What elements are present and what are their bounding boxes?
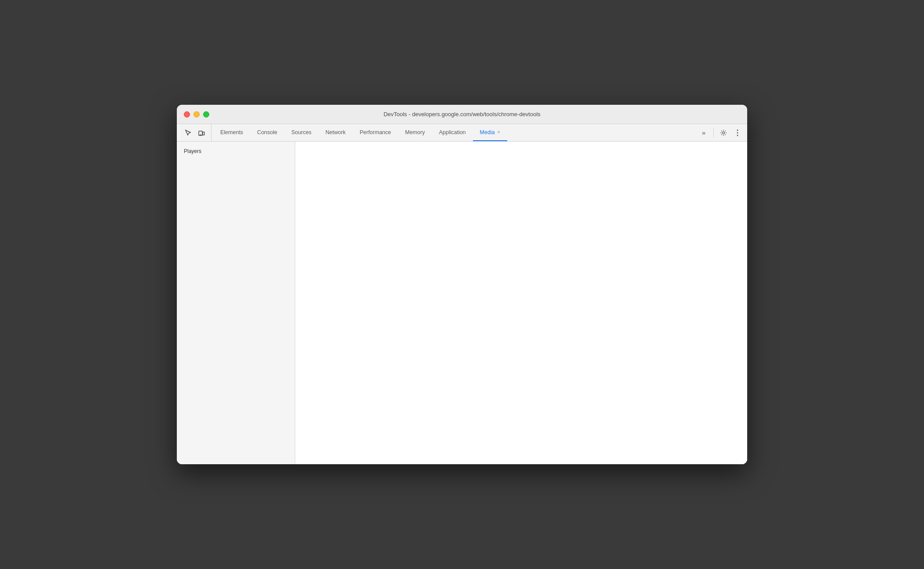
tabs-container: Elements Console Sources Network Perform…	[213, 124, 694, 141]
tab-performance[interactable]: Performance	[353, 124, 398, 141]
svg-point-4	[737, 129, 738, 131]
svg-rect-1	[203, 132, 204, 135]
tab-elements[interactable]: Elements	[213, 124, 250, 141]
svg-point-5	[737, 132, 738, 133]
tab-console[interactable]: Console	[250, 124, 284, 141]
tab-media-close[interactable]: ×	[498, 130, 500, 135]
traffic-lights	[184, 111, 209, 117]
toolbar-end: »	[694, 124, 747, 141]
devtools-window: DevTools - developers.google.com/web/too…	[177, 105, 747, 464]
tab-sources[interactable]: Sources	[284, 124, 319, 141]
tab-memory[interactable]: Memory	[398, 124, 432, 141]
title-bar: DevTools - developers.google.com/web/too…	[177, 105, 747, 124]
more-options-button[interactable]	[731, 127, 744, 139]
more-tabs-button[interactable]: »	[698, 127, 710, 139]
tab-media[interactable]: Media ×	[473, 124, 507, 141]
toolbar-icons	[179, 124, 211, 141]
players-sidebar: Players	[177, 142, 295, 464]
svg-point-6	[737, 135, 738, 136]
inspect-element-button[interactable]	[182, 127, 194, 139]
device-toolbar-button[interactable]	[195, 127, 208, 139]
players-title: Players	[184, 148, 201, 154]
svg-point-3	[723, 132, 725, 134]
window-title: DevTools - developers.google.com/web/too…	[383, 111, 541, 117]
toolbar-divider	[713, 128, 714, 138]
settings-button[interactable]	[717, 127, 730, 139]
media-panel	[295, 142, 747, 464]
devtools-toolbar: Elements Console Sources Network Perform…	[177, 124, 747, 142]
minimize-button[interactable]	[193, 111, 200, 117]
main-content: Players	[177, 142, 747, 464]
tab-network[interactable]: Network	[319, 124, 353, 141]
tab-application[interactable]: Application	[432, 124, 473, 141]
maximize-button[interactable]	[203, 111, 209, 117]
close-button[interactable]	[184, 111, 190, 117]
